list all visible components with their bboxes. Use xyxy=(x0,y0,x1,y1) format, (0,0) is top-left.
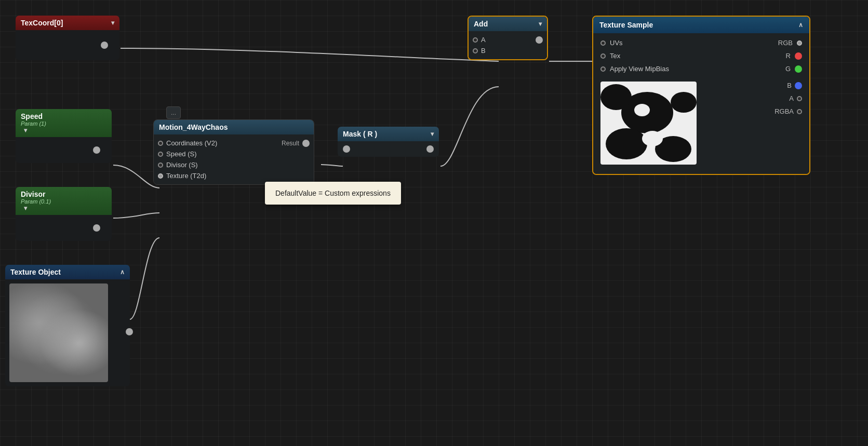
motion-coord-row: Coordinates (V2) Result xyxy=(154,138,314,148)
texture-object-preview xyxy=(9,283,108,382)
ts-b-label: B xyxy=(787,82,792,89)
motion-header[interactable]: Motion_4WayChaos xyxy=(154,120,314,134)
add-title: Add xyxy=(474,20,488,28)
ts-g-label: G xyxy=(785,65,791,73)
motion-node: Motion_4WayChaos Coordinates (V2) Result… xyxy=(153,119,314,185)
motion-divisor-label: Divisor (S) xyxy=(166,161,198,169)
add-b-input[interactable] xyxy=(473,48,478,53)
speed-title: Speed xyxy=(21,112,46,120)
ts-a-label: A xyxy=(789,94,794,102)
texture-sample-node: Texture Sample ∧ UVs RGB Tex R Apply Vie… xyxy=(592,16,810,175)
motion-result-label: Result xyxy=(282,140,299,147)
texture-object-output-port[interactable] xyxy=(126,328,133,337)
texture-sample-preview xyxy=(600,82,697,165)
divisor-title: Divisor xyxy=(21,190,51,198)
ts-g-output[interactable] xyxy=(795,65,802,73)
texture-object-chevron[interactable]: ∧ xyxy=(120,268,125,276)
texcoord-header[interactable]: TexCoord[0] ▾ xyxy=(16,16,119,30)
add-header[interactable]: Add ▾ xyxy=(469,17,547,31)
ts-a-output[interactable] xyxy=(797,96,802,101)
texture-object-title: Texture Object xyxy=(10,268,61,276)
ts-tex-input[interactable] xyxy=(600,53,606,59)
ts-uvs-label: UVs xyxy=(606,39,778,47)
ts-mipbias-label: Apply View MipBias xyxy=(606,65,785,73)
motion-speed-input[interactable] xyxy=(158,152,163,157)
ts-r-label: R xyxy=(786,52,791,60)
divisor-subtitle: Param (0.1) xyxy=(21,198,51,205)
add-a-label: A xyxy=(481,36,536,44)
ts-uvs-input[interactable] xyxy=(600,40,606,46)
texcoord-node: TexCoord[0] ▾ xyxy=(16,16,119,60)
motion-divisor-row: Divisor (S) xyxy=(154,159,314,170)
mask-output-port[interactable] xyxy=(426,145,434,153)
speed-header[interactable]: Speed Param (1) ▾ xyxy=(16,109,112,137)
motion-coord-input[interactable] xyxy=(158,141,163,146)
motion-divisor-input[interactable] xyxy=(158,163,163,168)
ts-mipbias-row: Apply View MipBias G xyxy=(593,62,809,75)
ts-mipbias-input[interactable] xyxy=(600,66,606,72)
ts-rgba-label: RGBA xyxy=(774,107,794,115)
comment-bubble: ... xyxy=(166,106,181,119)
ts-r-output[interactable] xyxy=(795,52,802,60)
speed-output-port[interactable] xyxy=(93,146,100,154)
texture-sample-preview-svg xyxy=(600,82,697,165)
add-b-label: B xyxy=(481,47,486,55)
tooltip: DefaultValue = Custom expressions xyxy=(265,182,401,205)
texcoord-chevron[interactable]: ▾ xyxy=(111,19,114,26)
add-node: Add ▾ A B xyxy=(468,16,548,60)
texture-sample-chevron[interactable]: ∧ xyxy=(798,21,803,29)
speed-node: Speed Param (1) ▾ xyxy=(16,109,112,163)
ts-rgba-row: RGBA xyxy=(774,107,802,115)
svg-point-4 xyxy=(671,92,697,113)
ts-rgb-label: RGB xyxy=(778,39,793,47)
svg-point-8 xyxy=(634,104,650,116)
motion-speed-label: Speed (S) xyxy=(166,150,197,158)
texture-object-node: Texture Object ∧ xyxy=(5,265,130,386)
texcoord-title: TexCoord[0] xyxy=(21,19,63,27)
add-a-output[interactable] xyxy=(536,36,543,44)
ts-rgba-output[interactable] xyxy=(797,109,802,114)
mask-title: Mask ( R ) xyxy=(343,130,377,138)
ts-b-row: B xyxy=(774,82,802,89)
motion-coord-label: Coordinates (V2) xyxy=(166,139,282,147)
svg-point-3 xyxy=(600,84,632,110)
add-chevron[interactable]: ▾ xyxy=(539,20,542,28)
add-a-input[interactable] xyxy=(473,37,478,43)
svg-point-5 xyxy=(606,128,647,159)
motion-speed-row: Speed (S) xyxy=(154,148,314,159)
tooltip-text: DefaultValue = Custom expressions xyxy=(275,189,391,197)
add-b-row: B xyxy=(469,45,547,56)
motion-texture-input[interactable] xyxy=(158,173,163,179)
add-a-row: A xyxy=(469,34,547,45)
ts-right-ports: B A RGBA xyxy=(774,77,809,115)
motion-title: Motion_4WayChaos xyxy=(159,123,228,131)
motion-texture-label: Texture (T2d) xyxy=(166,172,206,180)
divisor-header[interactable]: Divisor Param (0.1) ▾ xyxy=(16,187,112,215)
mask-header[interactable]: Mask ( R ) ▾ xyxy=(338,127,439,141)
mask-node: Mask ( R ) ▾ xyxy=(338,127,439,157)
divisor-output-port[interactable] xyxy=(93,224,100,232)
ts-b-output[interactable] xyxy=(795,82,802,89)
ts-a-row: A xyxy=(774,94,802,102)
comment-text: ... xyxy=(171,109,176,116)
texture-sample-title: Texture Sample xyxy=(599,21,653,29)
ts-tex-label: Tex xyxy=(606,52,786,60)
ts-tex-row: Tex R xyxy=(593,49,809,62)
svg-point-7 xyxy=(642,131,663,146)
ts-uvs-row: UVs RGB xyxy=(593,36,809,49)
divisor-node: Divisor Param (0.1) ▾ xyxy=(16,187,112,241)
speed-subtitle: Param (1) xyxy=(21,120,46,127)
mask-input-port[interactable] xyxy=(343,145,350,153)
mask-chevron[interactable]: ▾ xyxy=(431,130,434,138)
motion-texture-row: Texture (T2d) xyxy=(154,170,314,181)
motion-result-output[interactable] xyxy=(302,140,310,147)
speed-chevron[interactable]: ▾ xyxy=(24,127,27,134)
ts-rgb-output[interactable] xyxy=(797,40,802,46)
texcoord-output-port[interactable] xyxy=(101,42,108,49)
texture-object-header[interactable]: Texture Object ∧ xyxy=(5,265,130,279)
texture-sample-header[interactable]: Texture Sample ∧ xyxy=(593,17,809,33)
divisor-chevron[interactable]: ▾ xyxy=(24,205,27,212)
